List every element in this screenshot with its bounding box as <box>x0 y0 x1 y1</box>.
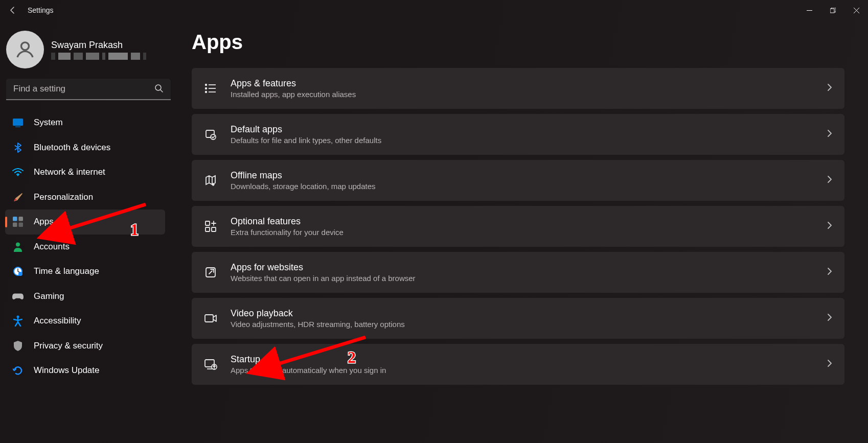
sidebar-item-label: Windows Update <box>34 365 100 376</box>
sidebar-item-label: Network & internet <box>34 167 105 177</box>
map-icon <box>204 174 217 187</box>
user-email-redacted <box>51 53 146 60</box>
sidebar-item-time[interactable]: Time & language <box>5 259 165 284</box>
sidebar: Swayam Prakash <box>0 20 171 443</box>
user-name: Swayam Prakash <box>51 40 146 51</box>
card-startup[interactable]: StartupApps that start automatically whe… <box>192 344 844 385</box>
sidebar-item-system[interactable]: System <box>5 110 165 135</box>
sidebar-item-label: Personalization <box>34 192 93 202</box>
svg-point-5 <box>17 175 19 176</box>
chevron-right-icon <box>827 359 832 369</box>
minimize-button[interactable] <box>797 2 821 18</box>
sidebar-item-privacy[interactable]: Privacy & security <box>5 334 165 359</box>
card-title: Offline maps <box>231 170 827 181</box>
svg-rect-25 <box>205 315 213 322</box>
apps-icon <box>12 216 24 227</box>
grid-plus-icon <box>204 220 217 233</box>
close-button[interactable] <box>844 2 868 18</box>
sidebar-item-label: Gaming <box>34 291 64 301</box>
card-subtitle: Installed apps, app execution aliases <box>231 90 827 99</box>
svg-point-17 <box>205 88 207 89</box>
startup-icon <box>204 358 217 371</box>
sidebar-item-label: Privacy & security <box>34 341 103 351</box>
chevron-right-icon <box>827 221 832 231</box>
card-title: Optional features <box>231 216 827 227</box>
system-icon <box>12 117 24 128</box>
video-icon <box>204 312 217 325</box>
svg-rect-21 <box>205 221 210 225</box>
svg-point-14 <box>18 272 22 276</box>
clock-icon <box>12 266 24 277</box>
chevron-right-icon <box>827 313 832 323</box>
sidebar-item-label: System <box>34 118 63 128</box>
svg-point-1 <box>21 42 29 50</box>
sidebar-item-label: Accessibility <box>34 316 81 326</box>
sidebar-item-accounts[interactable]: Accounts <box>5 235 165 260</box>
wifi-icon <box>12 167 24 178</box>
window-controls <box>797 2 868 18</box>
card-title: Video playback <box>231 308 827 319</box>
sidebar-item-update[interactable]: Windows Update <box>5 358 165 383</box>
svg-point-18 <box>205 91 207 93</box>
avatar <box>6 31 44 68</box>
profile-block[interactable]: Swayam Prakash <box>5 31 165 79</box>
update-icon <box>12 365 24 376</box>
card-subtitle: Downloads, storage location, map updates <box>231 182 827 191</box>
card-optional-features[interactable]: Optional featuresExtra functionality for… <box>192 206 844 247</box>
card-subtitle: Extra functionality for your device <box>231 228 827 237</box>
svg-rect-8 <box>13 223 17 227</box>
window-title: Settings <box>28 6 54 14</box>
card-title: Apps for websites <box>231 262 827 273</box>
sidebar-item-label: Time & language <box>34 266 99 276</box>
svg-rect-9 <box>19 223 24 227</box>
search-input[interactable] <box>6 79 171 100</box>
sidebar-item-personalization[interactable]: Personalization <box>5 185 165 210</box>
card-title: Startup <box>231 354 827 365</box>
card-title: Default apps <box>231 124 827 135</box>
card-subtitle: Apps that start automatically when you s… <box>231 366 827 375</box>
card-default-apps[interactable]: Default appsDefaults for file and link t… <box>192 114 844 155</box>
svg-rect-6 <box>13 217 17 221</box>
accessibility-icon <box>12 315 24 327</box>
list-icon <box>204 82 217 95</box>
profile-text: Swayam Prakash <box>51 40 146 60</box>
chevron-right-icon <box>827 129 832 139</box>
card-apps-websites[interactable]: Apps for websitesWebsites that can open … <box>192 252 844 293</box>
maximize-button[interactable] <box>821 2 844 18</box>
titlebar-left: Settings <box>8 6 54 15</box>
sidebar-item-bluetooth[interactable]: Bluetooth & devices <box>5 135 165 160</box>
brush-icon <box>12 192 24 203</box>
svg-point-16 <box>205 84 207 86</box>
svg-point-10 <box>16 242 20 246</box>
svg-point-20 <box>211 134 216 139</box>
nav: System Bluetooth & devices Network & int… <box>5 110 165 383</box>
back-button[interactable] <box>8 6 17 15</box>
card-subtitle: Defaults for file and link types, other … <box>231 136 827 145</box>
sidebar-item-gaming[interactable]: Gaming <box>5 284 165 309</box>
main-content: Apps Apps & featuresInstalled apps, app … <box>171 20 868 443</box>
chevron-right-icon <box>827 175 832 185</box>
chevron-right-icon <box>827 83 832 94</box>
default-apps-icon <box>204 128 217 141</box>
search-box <box>6 79 171 100</box>
chevron-right-icon <box>827 267 832 277</box>
titlebar: Settings <box>0 0 868 20</box>
sidebar-item-accessibility[interactable]: Accessibility <box>5 309 165 334</box>
card-offline-maps[interactable]: Offline mapsDownloads, storage location,… <box>192 160 844 201</box>
card-subtitle: Video adjustments, HDR streaming, batter… <box>231 320 827 329</box>
sidebar-item-apps[interactable]: Apps <box>5 209 165 235</box>
sidebar-item-label: Bluetooth & devices <box>34 143 110 153</box>
card-video-playback[interactable]: Video playbackVideo adjustments, HDR str… <box>192 298 844 339</box>
svg-rect-23 <box>212 227 216 231</box>
card-apps-features[interactable]: Apps & featuresInstalled apps, app execu… <box>192 68 844 109</box>
svg-rect-4 <box>15 127 20 127</box>
card-subtitle: Websites that can open in an app instead… <box>231 274 827 283</box>
card-title: Apps & features <box>231 78 827 89</box>
card-list: Apps & featuresInstalled apps, app execu… <box>192 68 848 385</box>
svg-rect-7 <box>19 217 24 221</box>
bluetooth-icon <box>12 142 24 153</box>
svg-rect-0 <box>830 9 834 13</box>
shield-icon <box>12 340 24 352</box>
sidebar-item-network[interactable]: Network & internet <box>5 160 165 185</box>
sidebar-item-label: Accounts <box>34 242 70 252</box>
